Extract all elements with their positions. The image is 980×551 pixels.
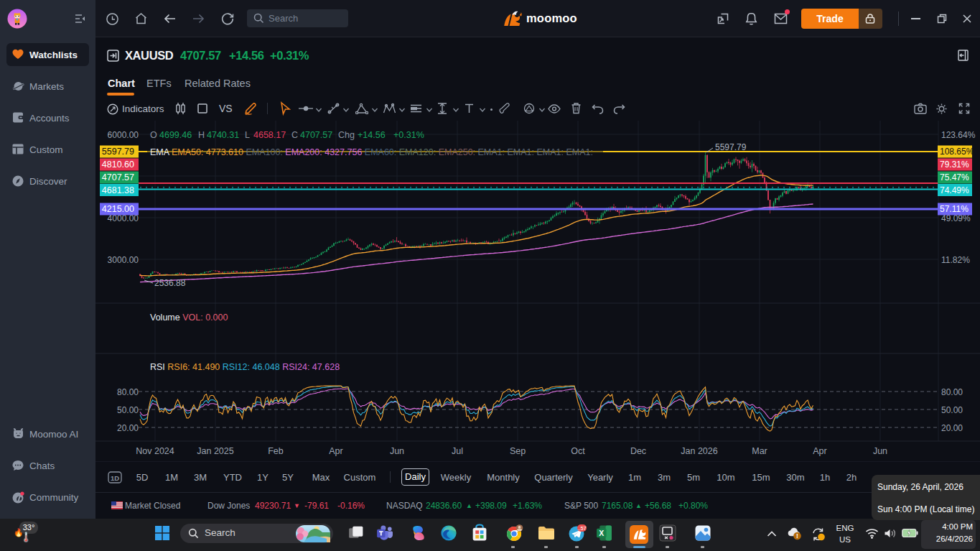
svg-text:RSI RSI6: 41.490 RSI12: 46.0: RSI RSI6: 41.490 RSI12: 46.048 RSI24: 47… xyxy=(150,362,340,372)
svg-text:4215.00: 4215.00 xyxy=(102,204,134,214)
svg-text:57.11%: 57.11% xyxy=(940,204,969,214)
svg-text:Volume VOL: 0.000: Volume VOL: 0.000 xyxy=(150,312,228,323)
svg-text:20.00: 20.00 xyxy=(941,423,963,433)
svg-text:5597.79: 5597.79 xyxy=(715,142,747,152)
svg-text:Jan 2025: Jan 2025 xyxy=(197,446,233,456)
svg-text:!: ! xyxy=(796,532,798,540)
svg-text:80.00: 80.00 xyxy=(941,387,963,397)
svg-text:4810.60: 4810.60 xyxy=(102,159,134,170)
svg-text:Jul: Jul xyxy=(452,446,463,456)
svg-text:Dec: Dec xyxy=(630,446,646,456)
svg-text:20.00: 20.00 xyxy=(117,423,139,433)
svg-text:50.00: 50.00 xyxy=(941,405,963,415)
svg-text:5597.79: 5597.79 xyxy=(102,147,134,157)
svg-text:11.82%: 11.82% xyxy=(941,255,970,265)
svg-text:108.65%: 108.65% xyxy=(940,147,974,157)
svg-text:Feb: Feb xyxy=(268,446,284,456)
svg-text:6000.00: 6000.00 xyxy=(108,130,139,140)
svg-text:50.00: 50.00 xyxy=(117,405,139,415)
svg-text:74.49%: 74.49% xyxy=(940,185,969,195)
svg-text:3000.00: 3000.00 xyxy=(108,255,139,265)
svg-text:1D: 1D xyxy=(111,474,119,482)
svg-text:Jun: Jun xyxy=(873,446,887,456)
svg-text:Oct: Oct xyxy=(571,446,585,456)
svg-text:4681.38: 4681.38 xyxy=(102,185,134,195)
svg-text:75.47%: 75.47% xyxy=(940,172,969,182)
svg-text:..57: ..57 xyxy=(577,525,587,532)
svg-text:Mar: Mar xyxy=(752,446,767,456)
svg-text:123.64%: 123.64% xyxy=(941,130,976,140)
svg-text:4707.57: 4707.57 xyxy=(102,172,134,182)
svg-text:X: X xyxy=(599,529,604,537)
svg-text:Jun: Jun xyxy=(390,446,404,456)
svg-text:2536.88: 2536.88 xyxy=(154,278,186,288)
svg-text:Jan 2026: Jan 2026 xyxy=(681,446,717,456)
svg-text:Sep: Sep xyxy=(510,446,526,456)
svg-text:Nov 2024: Nov 2024 xyxy=(136,446,174,456)
svg-text:EMA EMA50: 4773.610 EMA100:: EMA EMA50: 4773.610 EMA100: EMA200: 4327… xyxy=(150,147,593,157)
svg-text:Apr: Apr xyxy=(813,446,826,456)
svg-text:79.31%: 79.31% xyxy=(940,159,969,170)
svg-text:80.00: 80.00 xyxy=(117,387,139,397)
svg-text:Apr: Apr xyxy=(329,446,342,456)
